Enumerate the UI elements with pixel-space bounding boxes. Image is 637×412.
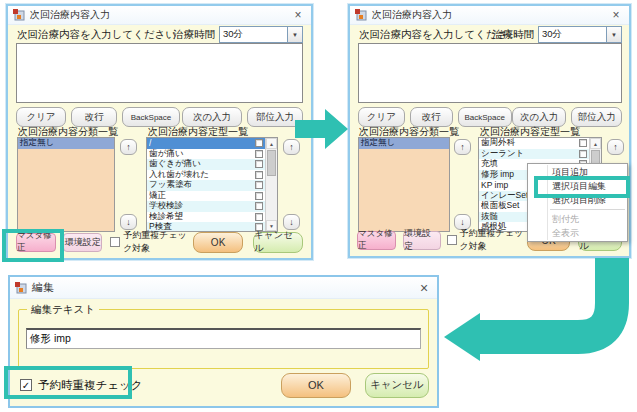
row-checkbox-cell[interactable]: [252, 149, 265, 160]
treatment-time-select[interactable]: 30分 ▼: [538, 26, 622, 43]
highlight-master-edit-box: [2, 229, 64, 262]
dup-checkbox[interactable]: [447, 235, 457, 245]
backspace-button[interactable]: BackSpace: [458, 107, 512, 127]
titlebar[interactable]: 次回治療内容入力 ×: [350, 6, 629, 25]
winform-icon: [13, 9, 25, 21]
row-checkbox-cell[interactable]: [252, 201, 265, 212]
window-title: 次回治療内容入力: [372, 8, 452, 22]
backspace-button[interactable]: BackSpace: [122, 107, 180, 127]
master-edit-button[interactable]: マスタ修正: [357, 231, 396, 250]
titlebar[interactable]: 編集 ×: [10, 277, 437, 299]
combo-dropdown-icon[interactable]: ▼: [606, 27, 621, 42]
row-checkbox[interactable]: [255, 192, 263, 200]
row-checkbox[interactable]: [255, 213, 263, 221]
newline-button[interactable]: 改行: [410, 107, 453, 127]
list-item[interactable]: 指定無し: [18, 138, 114, 149]
scrollbar-thumb[interactable]: [267, 150, 276, 176]
ok-button[interactable]: OK: [281, 373, 351, 398]
context-menu-item[interactable]: 全表示: [528, 226, 627, 240]
scroll-up-icon[interactable]: ▲: [266, 138, 277, 149]
row-checkbox-cell[interactable]: [252, 159, 265, 170]
close-icon[interactable]: ×: [290, 7, 306, 23]
treatment-time-value: 30分: [539, 28, 606, 41]
dup-checkbox-label: 予約重複チェック対象: [460, 227, 527, 253]
combo-dropdown-icon[interactable]: ▼: [287, 27, 302, 42]
ok-button[interactable]: OK: [193, 232, 243, 253]
template-rows: / 歯が痛い 歯ぐきが痛い 入れ歯が壊れた フッ素塗布: [147, 138, 265, 232]
treatment-time-group: 治療時間 30分 ▼: [492, 26, 622, 43]
row-checkbox-cell[interactable]: [252, 191, 265, 202]
row-checkbox[interactable]: [255, 202, 263, 210]
close-icon[interactable]: ×: [416, 280, 432, 296]
treatment-time-select[interactable]: 30分 ▼: [219, 26, 303, 43]
row-checkbox-cell[interactable]: [252, 180, 265, 191]
highlight-menu-edit-box: [534, 176, 630, 198]
row-checkbox[interactable]: [255, 160, 263, 168]
cancel-button[interactable]: キャンセル: [365, 373, 429, 398]
next-input-button[interactable]: 次の入力: [512, 107, 566, 127]
row-checkbox-cell[interactable]: [252, 138, 265, 149]
highlight-dup-checkbox-box: [4, 366, 132, 399]
treatment-time-label: 治療時間: [173, 28, 215, 42]
row-checkbox[interactable]: [255, 171, 263, 179]
window-title: 次回治療内容入力: [30, 8, 110, 22]
row-checkbox[interactable]: [255, 181, 263, 189]
treatment-time-group: 治療時間 30分 ▼: [173, 26, 303, 43]
flow-arrow-elbow-icon: [440, 258, 637, 384]
category-list[interactable]: 指定無し: [358, 137, 450, 232]
edit-text-groupbox: 編集テキスト 修形 imp: [18, 309, 429, 369]
dup-check-row[interactable]: 予約重複チェック対象: [447, 227, 527, 253]
edit-text-group-label: 編集テキスト: [27, 303, 99, 317]
newline-button[interactable]: 改行: [71, 107, 117, 127]
scrollbar[interactable]: ▲ ▼: [265, 138, 277, 231]
category-move-down-button[interactable]: ↓: [120, 214, 137, 230]
edit-button-row: クリア 改行 BackSpace 次の入力 部位入力: [358, 107, 622, 127]
row-checkbox-cell[interactable]: [252, 212, 265, 223]
template-move-down-button[interactable]: ↓: [283, 214, 300, 230]
template-move-up-button[interactable]: ↑: [607, 139, 624, 155]
close-icon[interactable]: ×: [608, 7, 624, 23]
next-treatment-dialog-left: 次回治療内容入力 × 次回治療内容を入力してください 治療時間 30分 ▼ クリ…: [6, 4, 313, 260]
flow-arrow-right-icon: [295, 108, 349, 150]
list-context-menu: 項目追加選択項目編集選択項目削除割付先全表示: [527, 163, 628, 242]
edit-text-input[interactable]: 修形 imp: [26, 328, 421, 349]
dup-checkbox-label: 予約重複チェック対象: [123, 229, 193, 255]
context-menu-item[interactable]: 割付先: [528, 212, 627, 226]
category-move-up-button[interactable]: ↑: [454, 139, 471, 155]
treatment-time-label: 治療時間: [492, 28, 534, 42]
list-item[interactable]: 指定無し: [359, 138, 449, 149]
category-move-up-button[interactable]: ↑: [120, 139, 137, 155]
window-title: 編集: [32, 280, 54, 295]
dup-checkbox[interactable]: [110, 237, 120, 247]
row-checkbox-cell[interactable]: [576, 138, 589, 149]
next-input-button[interactable]: 次の入力: [182, 107, 242, 127]
titlebar[interactable]: 次回治療内容入力 ×: [8, 6, 311, 25]
clear-button[interactable]: クリア: [16, 107, 66, 127]
row-checkbox-cell[interactable]: [576, 149, 589, 160]
treatment-content-textarea[interactable]: [16, 43, 303, 103]
category-list[interactable]: 指定無し: [17, 137, 115, 232]
part-input-button[interactable]: 部位入力: [571, 107, 622, 127]
scroll-up-icon[interactable]: ▲: [590, 138, 601, 149]
screenshot-canvas: 次回治療内容入力 × 次回治療内容を入力してください 治療時間 30分 ▼ クリ…: [0, 0, 637, 412]
env-settings-button[interactable]: 環境設定: [403, 231, 441, 250]
treatment-content-textarea[interactable]: [358, 43, 622, 103]
edit-button-row: クリア 改行 BackSpace 次の入力 部位入力: [16, 107, 303, 127]
row-checkbox[interactable]: [579, 150, 587, 158]
row-checkbox-cell[interactable]: [252, 170, 265, 181]
winform-icon: [15, 282, 27, 294]
winform-icon: [355, 9, 367, 21]
dup-check-row[interactable]: 予約重複チェック対象: [110, 229, 193, 255]
row-checkbox[interactable]: [255, 150, 263, 158]
cancel-button[interactable]: キャンセル: [253, 232, 303, 253]
treatment-time-value: 30分: [220, 28, 287, 41]
clear-button[interactable]: クリア: [358, 107, 405, 127]
row-checkbox[interactable]: [255, 139, 263, 147]
prompt-label: 次回治療内容を入力してください: [17, 28, 176, 42]
env-settings-button[interactable]: 環境設定: [63, 233, 102, 252]
template-list[interactable]: / 歯が痛い 歯ぐきが痛い 入れ歯が壊れた フッ素塗布: [146, 137, 278, 232]
row-checkbox[interactable]: [579, 139, 587, 147]
